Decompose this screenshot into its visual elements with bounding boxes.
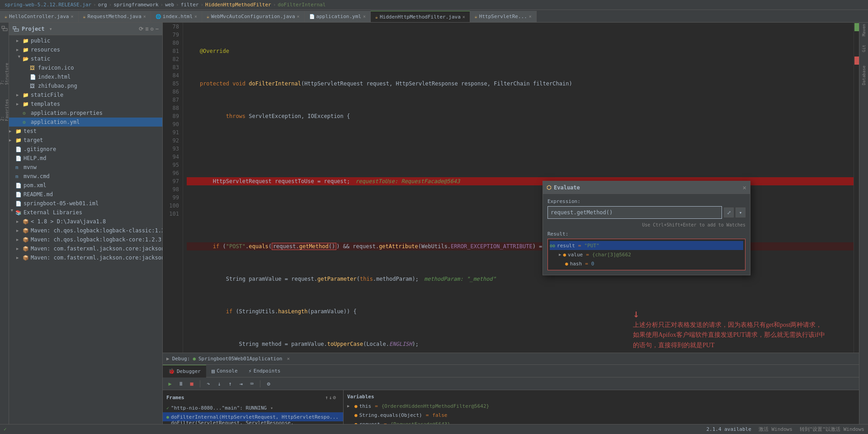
run-to-cursor-button[interactable]: ⇥ [236, 379, 245, 388]
var-item-equals[interactable]: ● String.equals(Object) = false [344, 410, 859, 420]
breadcrumb-web[interactable]: web [165, 2, 174, 8]
thread-item[interactable]: ✓ "http-nio-8080..."main": RUNNING ▾ [163, 403, 343, 412]
tree-item-public[interactable]: ▶ 📁 public [9, 36, 162, 45]
debug-close-icon[interactable]: × [287, 356, 290, 362]
tree-item-help-md[interactable]: 📄 HELP.md [9, 154, 162, 163]
project-dropdown-icon[interactable]: ▾ [49, 26, 52, 32]
structure-icon[interactable]: 7: Structure [0, 70, 9, 78]
code-text: throws ServletException, IOException { [187, 112, 350, 120]
frames-filter-icon[interactable]: ⊘ [333, 395, 336, 401]
tab-application-yml[interactable]: 📄 application.yml × [305, 11, 371, 22]
tab-hello-controller[interactable]: ☕ HelloController.java × [0, 11, 79, 22]
tree-item-app-yml[interactable]: ⚙ application.yml [9, 118, 162, 127]
tree-item-test[interactable]: ▶ 📁 test [9, 127, 162, 136]
evaluate-button[interactable]: ⌨ [247, 379, 256, 388]
tab-httpservlet[interactable]: ☕ HttpServletRe... × [470, 11, 537, 22]
collapse-icon[interactable]: ≡ [145, 26, 148, 32]
tree-item-logback-classic[interactable]: ▶ 📦 Maven: ch.qos.logback:logback-classi… [9, 226, 162, 235]
breadcrumb-springframework[interactable]: springframework [113, 2, 158, 8]
step-over-button[interactable]: ↷ [204, 379, 213, 388]
result-row-hash[interactable]: ● hash = 0 [550, 259, 743, 268]
tree-item-mvnw-cmd[interactable]: m mvnw.cmd [9, 172, 162, 181]
result-row-result[interactable]: oo result = "PUT" [550, 241, 743, 250]
var-item-this[interactable]: ▶ ● this = {OrderedHiddenHttpMethodFilte… [344, 401, 859, 410]
tree-item-pom[interactable]: 📄 pom.xml [9, 181, 162, 190]
close-icon[interactable]: × [529, 14, 532, 19]
windows-activate-link[interactable]: 转到"设置"以激活 Windows [800, 426, 864, 433]
pause-button[interactable]: ⏸ [176, 379, 185, 388]
version-available[interactable]: 2.1.4 available [706, 426, 751, 432]
tree-item-resources[interactable]: ▶ 📁 resources [9, 45, 162, 54]
breadcrumb-method[interactable]: doFilterInternal [278, 2, 326, 8]
tree-item-readme[interactable]: 📄 README.md [9, 190, 162, 199]
breadcrumb-filter[interactable]: filter [181, 2, 199, 8]
close-icon[interactable]: × [462, 14, 465, 19]
windows-activate[interactable]: 激活 Windows [759, 426, 793, 433]
gear-icon[interactable]: ⚙ [151, 26, 154, 32]
debug-tab-endpoints[interactable]: ⚡ Endpoints [243, 365, 286, 377]
breadcrumb-class[interactable]: HiddenHttpMethodFilter [205, 2, 271, 8]
maven-panel-icon[interactable]: Maven [860, 26, 868, 34]
frames-up-icon[interactable]: ↑ [325, 395, 328, 401]
tab-request-method[interactable]: ☕ RequestMethod.java × [79, 11, 151, 22]
minimize-icon[interactable]: − [156, 26, 159, 32]
main-layout: 7: Structure 2: Favorites Project ▾ ⟳ ≡ … [0, 23, 868, 434]
tree-item-jackson2[interactable]: ▶ 📦 Maven: com.fasterxml.jackson.core:ja… [9, 253, 162, 262]
close-icon[interactable]: × [297, 14, 300, 19]
result-row-value[interactable]: ▶ ● value = {char[3]@5662 [550, 250, 743, 259]
expand-arrow-icon[interactable]: ▶ [347, 404, 353, 408]
tree-item-staticfile[interactable]: ▶ 📁 staticFile [9, 90, 162, 99]
code-content[interactable]: 78 79→ 80 81 82● 83 84 85 86 87 88 89 90… [163, 23, 859, 353]
close-icon[interactable]: × [363, 14, 366, 19]
expand-arrow-icon[interactable]: ▶ [559, 252, 561, 257]
favorites-icon[interactable]: 2: Favorites [0, 106, 9, 114]
stop-button[interactable]: ■ [187, 379, 196, 388]
tree-item-mvnw[interactable]: m mvnw [9, 163, 162, 172]
sync-icon[interactable]: ⟳ [139, 26, 143, 32]
thread-dropdown-icon[interactable]: ▾ [270, 406, 273, 410]
tab-hidden-filter[interactable]: ☕ HiddenHttpMethodFilter.java × [371, 11, 470, 22]
eval-input-area: ⤢ ▾ [547, 206, 745, 219]
tree-item-gitignore[interactable]: 📄 .gitignore [9, 145, 162, 154]
tree-item-java18[interactable]: ▶ 📦 < 1.8 > D:\Java\java1.8 [9, 217, 162, 226]
eval-close-button[interactable]: × [743, 184, 746, 191]
tree-item-iml[interactable]: 📄 springboot-05-web01.iml [9, 199, 162, 208]
eval-dropdown-button[interactable]: ▾ [736, 208, 745, 217]
eval-expand-button[interactable]: ⤢ [724, 208, 734, 217]
code-line-79: protected void doFilterInternal(HttpServ… [187, 80, 854, 88]
database-panel-icon[interactable]: Database [860, 71, 868, 80]
tree-item-favicon[interactable]: 🖼 favicon.ico [9, 63, 162, 72]
breadcrumb-org[interactable]: org [98, 2, 107, 8]
breadcrumb-jar[interactable]: spring-web-5.2.12.RELEASE.jar [5, 2, 91, 8]
project-icon[interactable] [0, 24, 9, 33]
frames-toolbar: ↑ ↓ ⊘ [321, 394, 340, 401]
step-into-button[interactable]: ↓ [215, 379, 224, 388]
close-icon[interactable]: × [143, 14, 146, 19]
result-value: 0 [591, 261, 594, 267]
tab-index-html[interactable]: 🌐 index.html × [151, 11, 202, 22]
frames-down-icon[interactable]: ↓ [329, 395, 332, 401]
tree-item-jackson1[interactable]: ▶ 📦 Maven: com.fasterxml.jackson.core:ja… [9, 244, 162, 253]
tab-label: RequestMethod.java [88, 14, 142, 19]
settings-button[interactable]: ⚙ [264, 379, 273, 388]
tree-item-templates[interactable]: ▶ 📁 templates [9, 99, 162, 108]
eval-add-watches-hint: Use Ctrl+Shift+Enter to add to Watches [547, 222, 745, 227]
resume-button[interactable]: ▶ [165, 379, 175, 388]
tree-item-external-libs[interactable]: ▶ 📚 External Libraries [9, 208, 162, 217]
debug-tab-console[interactable]: ▤ Console [206, 365, 243, 377]
code-text: protected void doFilterInternal(HttpServ… [187, 80, 572, 88]
eval-expression-input[interactable] [547, 206, 722, 219]
close-icon[interactable]: × [71, 14, 73, 19]
tree-item-app-properties[interactable]: ⚙ application.properties [9, 108, 162, 118]
git-panel-icon[interactable]: Git [860, 44, 868, 52]
debug-tab-debugger[interactable]: 🐞 Debugger [163, 365, 206, 377]
tree-item-zhifubao[interactable]: 🖼 zhifubao.png [9, 81, 162, 90]
step-out-button[interactable]: ↑ [226, 379, 235, 388]
tree-label: < 1.8 > D:\Java\java1.8 [31, 218, 106, 225]
tree-item-index-html[interactable]: 📄 index.html [9, 72, 162, 81]
tree-item-logback-core[interactable]: ▶ 📦 Maven: ch.qos.logback:logback-core:1… [9, 235, 162, 244]
tree-item-target[interactable]: ▶ 📁 target [9, 136, 162, 145]
tree-item-static[interactable]: ▶ 📂 static [9, 54, 162, 63]
tab-webmvc-auto[interactable]: ☕ WebMvcAutoConfiguration.java × [202, 11, 305, 22]
close-icon[interactable]: × [194, 14, 197, 19]
